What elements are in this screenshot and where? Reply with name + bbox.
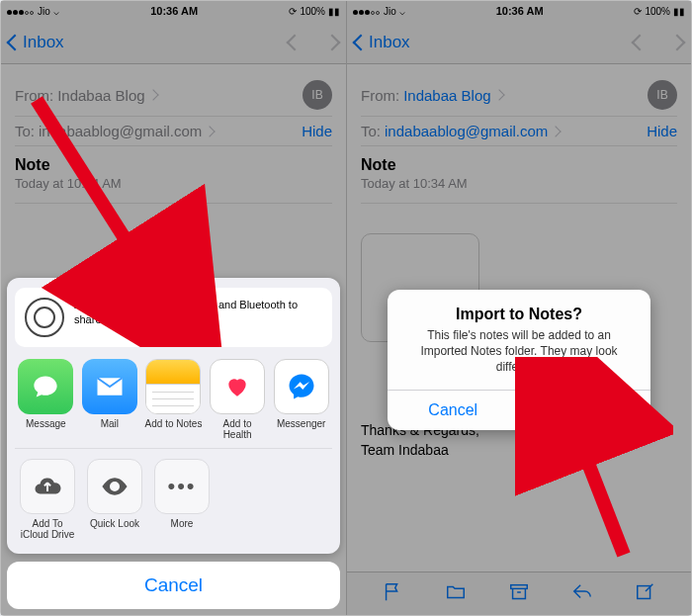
- app-label: Add to Health: [223, 418, 252, 440]
- app-add-to-health[interactable]: Add to Health: [209, 359, 267, 440]
- action-label: Quick Look: [90, 518, 139, 529]
- import-alert: Import to Notes? This file's notes will …: [388, 290, 650, 430]
- svg-point-0: [113, 484, 118, 489]
- health-icon: [210, 359, 265, 414]
- alert-cancel-button[interactable]: Cancel: [388, 391, 519, 430]
- action-more[interactable]: ••• More: [151, 459, 213, 540]
- mail-icon: [82, 359, 137, 414]
- app-messenger[interactable]: Messenger: [272, 359, 330, 440]
- action-label: Add To iCloud Drive: [21, 518, 74, 540]
- app-message[interactable]: Message: [17, 359, 75, 440]
- notes-icon: [145, 359, 201, 414]
- messenger-icon: [274, 359, 329, 414]
- share-sheet: AirDrop. Tap to turn on Wi-Fi and Blueto…: [7, 278, 340, 609]
- cancel-button[interactable]: Cancel: [7, 562, 340, 609]
- app-label: Messenger: [277, 418, 325, 429]
- alert-title: Import to Notes?: [388, 290, 650, 325]
- action-icloud-drive[interactable]: Add To iCloud Drive: [17, 459, 78, 540]
- app-mail[interactable]: Mail: [81, 359, 139, 440]
- eye-icon: [87, 459, 142, 514]
- cloud-upload-icon: [20, 459, 75, 514]
- phone-left: Jio ⌵ 10:36 AM ⟳ 100% ▮▮ Inbox From:: [1, 1, 346, 615]
- app-label: Add to Notes: [145, 418, 203, 429]
- phone-right: Jio ⌵ 10:36 AM ⟳ 100% ▮▮ Inbox From:: [346, 1, 691, 615]
- app-add-to-notes[interactable]: Add to Notes: [144, 359, 203, 440]
- airdrop-row[interactable]: AirDrop. Tap to turn on Wi-Fi and Blueto…: [15, 288, 332, 347]
- app-label: Message: [26, 418, 66, 429]
- message-icon: [18, 359, 73, 414]
- alert-message: This file's notes will be added to an Im…: [388, 325, 650, 390]
- alert-import-button[interactable]: Import Notes: [519, 391, 651, 430]
- airdrop-title: AirDrop.: [74, 299, 118, 310]
- app-label: Mail: [101, 418, 119, 429]
- action-label: More: [171, 518, 194, 529]
- more-icon: •••: [154, 459, 210, 514]
- airdrop-icon: [25, 298, 64, 337]
- action-quick-look[interactable]: Quick Look: [84, 459, 145, 540]
